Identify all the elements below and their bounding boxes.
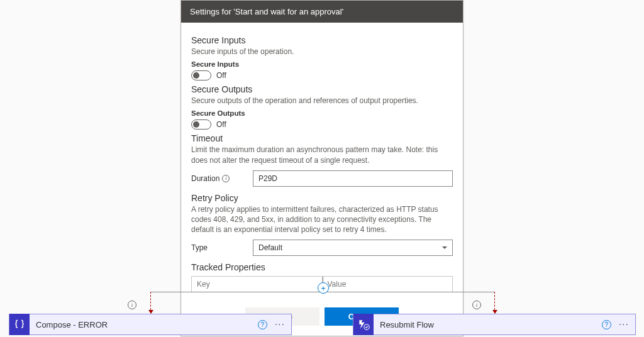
tracked-heading: Tracked Properties: [191, 262, 453, 272]
timeout-desc: Limit the maximum duration an asynchrono…: [191, 145, 453, 165]
info-icon[interactable]: i: [222, 175, 230, 182]
retry-type-label-text: Type: [191, 243, 208, 252]
retry-type-row: Type Default: [191, 240, 453, 256]
error-arrow-right: [494, 292, 495, 313]
card-actions: ? ···: [258, 319, 291, 329]
resubmit-flow-card[interactable]: Resubmit Flow ? ···: [353, 314, 636, 335]
secure-outputs-heading: Secure Outputs: [191, 84, 453, 94]
duration-input[interactable]: [253, 170, 453, 187]
error-arrow-left: [150, 292, 151, 313]
info-icon[interactable]: i: [472, 301, 481, 309]
card-title: Compose - ERROR: [30, 320, 258, 329]
help-icon[interactable]: ?: [602, 320, 611, 329]
secure-inputs-toggle-row: Off: [191, 70, 453, 80]
secure-inputs-label: Secure Inputs: [191, 60, 453, 68]
more-menu-button[interactable]: ···: [619, 319, 629, 329]
retry-type-label: Type: [191, 243, 248, 252]
secure-inputs-heading: Secure Inputs: [191, 35, 453, 45]
retry-heading: Retry Policy: [191, 193, 453, 203]
timeout-heading: Timeout: [191, 133, 453, 143]
secure-inputs-desc: Secure inputs of the operation.: [191, 47, 453, 57]
tracked-value-input[interactable]: [322, 276, 453, 292]
secure-outputs-state: Off: [216, 120, 226, 129]
tracked-key-input[interactable]: [191, 276, 322, 292]
secure-inputs-toggle[interactable]: [191, 70, 211, 80]
more-menu-button[interactable]: ···: [275, 319, 285, 329]
settings-title: Settings for 'Start and wait for an appr…: [190, 7, 343, 16]
duration-row: Duration i: [191, 170, 453, 187]
help-icon[interactable]: ?: [258, 320, 267, 329]
duration-label-text: Duration: [191, 174, 219, 183]
settings-header: Settings for 'Start and wait for an appr…: [181, 1, 463, 23]
card-actions: ? ···: [602, 319, 635, 329]
card-title: Resubmit Flow: [374, 320, 602, 329]
secure-outputs-desc: Secure outputs of the operation and refe…: [191, 96, 453, 106]
duration-label: Duration i: [191, 174, 248, 183]
secure-outputs-toggle[interactable]: [191, 119, 211, 130]
flow-resubmit-icon: [353, 314, 374, 335]
secure-inputs-state: Off: [216, 71, 226, 80]
chevron-down-icon: [442, 246, 447, 249]
info-icon[interactable]: i: [128, 301, 136, 309]
retry-type-value: Default: [258, 243, 282, 252]
secure-outputs-label: Secure Outputs: [191, 109, 453, 117]
secure-outputs-toggle-row: Off: [191, 119, 453, 130]
retry-type-select[interactable]: Default: [253, 240, 453, 256]
retry-desc: A retry policy applies to intermittent f…: [191, 204, 453, 235]
braces-icon: [9, 314, 30, 335]
add-step-button[interactable]: +: [318, 282, 329, 294]
compose-error-card[interactable]: Compose - ERROR ? ···: [9, 314, 292, 335]
